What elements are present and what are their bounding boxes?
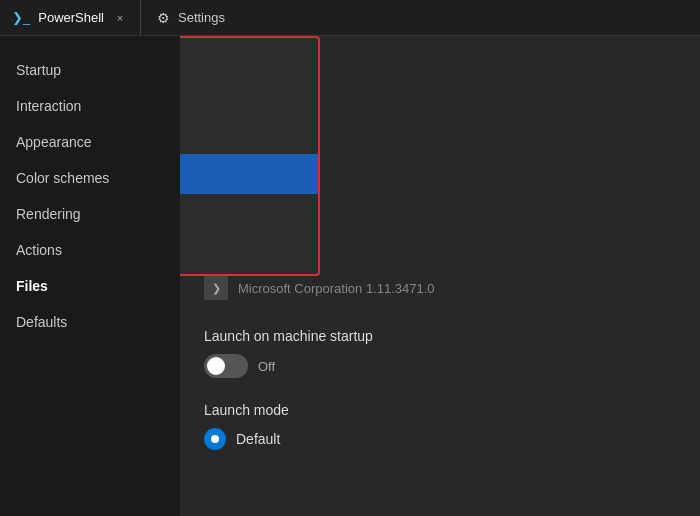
launch-startup-toggle[interactable] [204,354,248,378]
gear-icon: ⚙ [157,10,170,26]
sidebar-item-defaults[interactable]: Defaults [0,304,180,340]
dropdown-item-azure-cloud-shell[interactable]: Azure Cloud Shell [180,114,318,154]
toggle-knob [207,357,225,375]
title-bar: ❯_ PowerShell × ⚙ Settings [0,0,700,36]
radio-inner [211,435,219,443]
dropdown-item-ubuntu-1804[interactable]: 🐧 Ubuntu-18.04 [180,234,318,274]
launch-mode-radio[interactable] [204,428,226,450]
sidebar-item-startup[interactable]: Startup [0,52,180,88]
launch-mode-label: Launch mode [204,402,676,418]
dropdown-item-ubuntu[interactable]: 🐧 Ubuntu [180,194,318,234]
dropdown-item-powershell[interactable]: PS PowerShell [180,154,318,194]
powershell-tab[interactable]: ❯_ PowerShell × [0,0,141,35]
profile-terminal-icon: ❯ [204,276,228,300]
sidebar-item-rendering[interactable]: Rendering [0,196,180,232]
launch-mode-value: Default [236,431,280,447]
sidebar-item-appearance[interactable]: Appearance [0,124,180,160]
powershell-tab-icon: ❯_ [12,10,30,25]
sidebar-item-color-schemes[interactable]: Color schemes [0,160,180,196]
sidebar-item-files[interactable]: Files [0,268,180,304]
sidebar-item-actions[interactable]: Actions [0,232,180,268]
settings-tab-label: Settings [178,10,225,25]
content-area: PS Windows PowerShell Command Prompt Azu… [180,36,700,516]
launch-startup-toggle-row: Off [204,354,676,378]
profile-dropdown[interactable]: PS Windows PowerShell Command Prompt Azu… [180,36,320,276]
launch-startup-setting: Launch on machine startup Off [204,328,676,378]
profile-info-text: Microsoft Corporation 1.11.3471.0 [238,281,435,296]
launch-mode-setting: Launch mode Default [204,402,676,450]
main-layout: Startup Interaction Appearance Color sch… [0,36,700,516]
sidebar-item-interaction[interactable]: Interaction [0,88,180,124]
sidebar: Startup Interaction Appearance Color sch… [0,36,180,516]
settings-section: ❯ Microsoft Corporation 1.11.3471.0 Laun… [204,276,676,450]
launch-startup-label: Launch on machine startup [204,328,676,344]
powershell-tab-label: PowerShell [38,10,104,25]
settings-tab[interactable]: ⚙ Settings [141,0,241,35]
dropdown-item-windows-powershell[interactable]: PS Windows PowerShell [180,38,318,78]
tab-close-button[interactable]: × [112,10,128,26]
launch-mode-radio-row: Default [204,428,676,450]
dropdown-item-command-prompt[interactable]: Command Prompt [180,78,318,114]
profile-info-row: ❯ Microsoft Corporation 1.11.3471.0 [204,276,676,300]
launch-startup-value: Off [258,359,275,374]
